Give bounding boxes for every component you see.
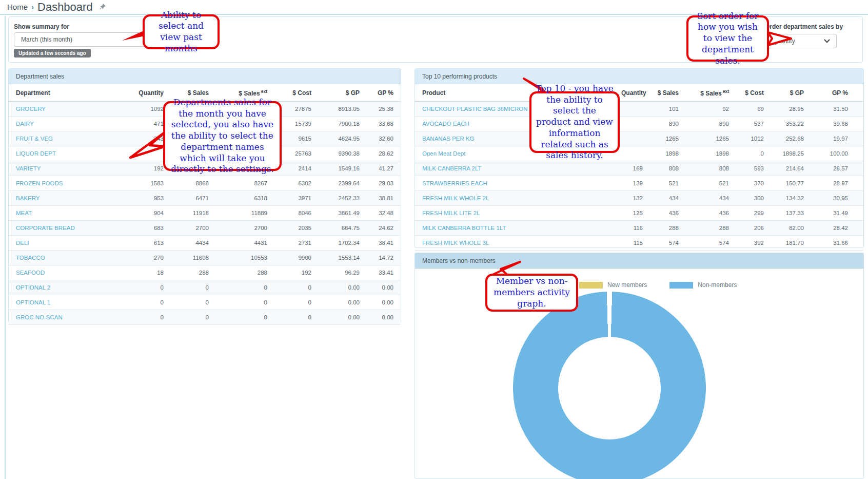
legend-label: New members bbox=[607, 281, 647, 289]
order-by-label: Order department sales by bbox=[765, 23, 853, 30]
cell-value: 134.32 bbox=[769, 191, 809, 206]
department-link[interactable]: OPTIONAL 2 bbox=[16, 284, 50, 291]
cell-value: 10553 bbox=[214, 251, 272, 265]
product-link[interactable]: MILK CANBERRA 2LT bbox=[422, 165, 481, 171]
department-link[interactable]: SEAFOOD bbox=[16, 270, 45, 276]
table-row: SEAFOOD1828828819296.2933.41 bbox=[9, 265, 401, 280]
cell-value: 890 bbox=[684, 117, 734, 131]
cell-value: 14.72 bbox=[365, 251, 401, 265]
cell-value: 0.00 bbox=[317, 280, 365, 295]
cell-value: 115 bbox=[616, 236, 648, 251]
cell-value: 0 bbox=[214, 295, 272, 310]
product-link[interactable]: BANANAS PER KG bbox=[422, 136, 475, 142]
cell-value: 32.60 bbox=[365, 131, 401, 146]
cell-value: 574 bbox=[648, 236, 684, 251]
product-link[interactable]: MILK CANBERRA BOTTLE 1LT bbox=[422, 225, 506, 231]
cell-value: 0.00 bbox=[365, 310, 401, 325]
product-link[interactable]: FRESH MILK WHOLE 3L bbox=[422, 240, 489, 246]
department-link[interactable]: VARIETY bbox=[16, 165, 41, 171]
cell-value: 0 bbox=[132, 310, 169, 325]
cell-value: 1898.25 bbox=[769, 146, 809, 161]
table-header-row: ProductQuantity$ Sales$ Salesext$ Cost$ … bbox=[415, 84, 863, 102]
cell-value: 808 bbox=[648, 161, 684, 176]
cell-value: 214.64 bbox=[769, 161, 809, 176]
cell-value: 28.95 bbox=[769, 102, 809, 117]
table-row: CORPORATE BREAD683270027002035664.7524.6… bbox=[9, 221, 401, 236]
cell-value: 436 bbox=[648, 206, 684, 221]
cell-value: 434 bbox=[648, 191, 684, 206]
cell-value: 11918 bbox=[169, 206, 214, 221]
department-link[interactable]: CORPORATE BREAD bbox=[16, 225, 75, 231]
column-header: $ Sales bbox=[648, 84, 684, 102]
pin-icon[interactable] bbox=[98, 3, 106, 11]
show-summary-label: Show summary for bbox=[14, 23, 69, 30]
department-link[interactable]: FRUIT & VEG bbox=[16, 136, 53, 142]
callout-departments: Departments sales for the month you have… bbox=[163, 101, 282, 171]
cell-value: 6471 bbox=[169, 191, 214, 206]
cell-value: 38.41 bbox=[365, 236, 401, 251]
cell-value: 300 bbox=[734, 191, 769, 206]
cell-value: 288 bbox=[169, 265, 214, 280]
cell-value: 26.57 bbox=[809, 161, 863, 176]
cell-value: 92 bbox=[684, 102, 734, 117]
cell-value: 2731 bbox=[272, 236, 317, 251]
table-row: MILK CANBERRA BOTTLE 1LT11628828820682.0… bbox=[415, 221, 863, 236]
cell-value: 38.81 bbox=[365, 191, 401, 206]
cell-value: 593 bbox=[734, 161, 769, 176]
cell-value: 288 bbox=[648, 221, 684, 236]
product-link[interactable]: STRAWBERRIES EACH bbox=[422, 180, 487, 186]
cell-value: 953 bbox=[132, 191, 169, 206]
cell-value: 574 bbox=[684, 236, 734, 251]
cell-value: 30.95 bbox=[809, 191, 863, 206]
cell-value: 288 bbox=[684, 221, 734, 236]
cell-value: 1265 bbox=[648, 131, 684, 146]
department-link[interactable]: LIQUOR DEPT bbox=[16, 150, 56, 157]
department-link[interactable]: TOBACCO bbox=[16, 255, 45, 261]
page-title: Dashboard bbox=[37, 1, 93, 14]
month-select-value: March (this month) bbox=[21, 36, 72, 43]
department-link[interactable]: FROZEN FOODS bbox=[16, 180, 63, 186]
cell-value: 537 bbox=[734, 117, 769, 131]
department-link[interactable]: MEAT bbox=[16, 210, 32, 216]
cell-value: 8267 bbox=[214, 176, 272, 191]
product-link[interactable]: FRESH MILK WHOLE 2L bbox=[422, 195, 489, 201]
cell-value: 100.00 bbox=[809, 146, 863, 161]
breadcrumb-separator: › bbox=[31, 3, 34, 11]
cell-value: 434 bbox=[684, 191, 734, 206]
cell-value: 8913.05 bbox=[317, 102, 365, 117]
table-row: BAKERY9536471631839712452.3338.81 bbox=[9, 191, 401, 206]
cell-value: 150.77 bbox=[769, 176, 809, 191]
breadcrumb-home-link[interactable]: Home bbox=[7, 3, 28, 11]
department-link[interactable]: GROCERY bbox=[16, 106, 46, 112]
department-link[interactable]: DAIRY bbox=[16, 121, 34, 127]
table-row: AVOCADO EACH890890537353.2239.68 bbox=[415, 117, 863, 131]
department-link[interactable]: OPTIONAL 1 bbox=[16, 299, 50, 305]
cell-value: 3971 bbox=[272, 191, 317, 206]
cell-value: 31.50 bbox=[809, 102, 863, 117]
product-link[interactable]: Open Meat Dept bbox=[422, 150, 465, 157]
department-link[interactable]: GROC NO-SCAN bbox=[16, 314, 63, 320]
department-link[interactable]: DELI bbox=[16, 240, 29, 246]
cell-value: 139 bbox=[616, 176, 648, 191]
members-donut-chart[interactable] bbox=[513, 292, 706, 479]
cell-value: 0 bbox=[169, 310, 214, 325]
cell-value: 28.62 bbox=[365, 146, 401, 161]
product-link[interactable]: FRESH MILK LITE 2L bbox=[422, 210, 480, 216]
top-products-panel-title: Top 10 performing products bbox=[415, 69, 863, 84]
cell-value: 370 bbox=[734, 176, 769, 191]
department-link[interactable]: BAKERY bbox=[16, 195, 40, 201]
cell-value: 0.00 bbox=[317, 295, 365, 310]
cell-value: 1898 bbox=[648, 146, 684, 161]
product-link[interactable]: AVOCADO EACH bbox=[422, 121, 469, 127]
product-link[interactable]: CHECKOUT PLASTIC BAG 36MICRON bbox=[422, 106, 528, 112]
column-header: Quantity bbox=[616, 84, 648, 102]
cell-value: 181.70 bbox=[769, 236, 809, 251]
cell-value bbox=[616, 131, 648, 146]
column-header: GP % bbox=[365, 84, 401, 102]
members-panel: Members vs non-members New members Non-m… bbox=[415, 253, 864, 479]
legend-item-non-members: Non-members bbox=[669, 281, 737, 289]
chevron-down-icon bbox=[824, 39, 830, 43]
cell-value: 0 bbox=[272, 295, 317, 310]
cell-value: 9900 bbox=[272, 251, 317, 265]
column-header: Quantity bbox=[132, 84, 169, 102]
